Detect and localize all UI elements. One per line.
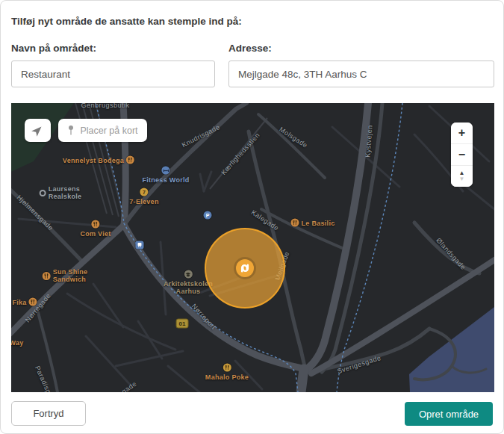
fork-icon xyxy=(126,156,134,164)
address-input[interactable] xyxy=(228,61,494,87)
area-radius-circle[interactable] xyxy=(205,228,285,309)
cancel-button[interactable]: Fortryd xyxy=(11,401,86,426)
zoom-out-button[interactable]: − xyxy=(451,143,473,165)
poi-seven-eleven: 77-Eleven xyxy=(129,188,158,205)
poi-sun-shine-sandwich: Sun ShineSandwich xyxy=(43,268,88,283)
poi-le-basilic: Le Basilic xyxy=(290,219,335,227)
dialog-title: Tilføj nyt område de ansatte kan stemple… xyxy=(11,16,242,27)
poi-fika: Fika xyxy=(12,298,37,306)
tilt-down-icon: ▼ xyxy=(459,176,465,182)
poi-laursens-realskole: LaursensRealskole xyxy=(40,185,82,200)
fork-icon xyxy=(29,298,37,306)
tilt-control-button[interactable]: ▲ ▼ xyxy=(451,165,473,187)
poi-parking: P xyxy=(204,211,212,220)
address-field-label: Adresse: xyxy=(228,43,272,54)
dumbbell-icon xyxy=(162,167,170,175)
poi-fitness-world: Fitness World xyxy=(142,167,189,184)
p-icon: P xyxy=(204,211,212,220)
place-on-map-button[interactable]: Placer på kort xyxy=(58,119,147,142)
route-badge-01: 01 xyxy=(176,319,189,329)
fork-icon xyxy=(92,220,100,229)
school-icon xyxy=(184,270,192,279)
street-label-genbrugsbutik: Genbrugsbutik xyxy=(81,103,129,109)
map-canvas[interactable]: GenbrugsbutikKnudrisgadeKærlighedsstienM… xyxy=(11,103,494,392)
fork-icon xyxy=(223,364,231,372)
map-zoom-control: + − ▲ ▼ xyxy=(451,123,473,187)
area-name-input[interactable] xyxy=(11,61,215,87)
poi-vennelyst-bodega: Vennelyst Bodega xyxy=(63,156,134,164)
bus-icon xyxy=(136,241,144,249)
area-center-marker[interactable] xyxy=(236,259,254,277)
poi-mahalo-poke: Mahalo Poke xyxy=(205,364,249,381)
fork-icon xyxy=(43,272,51,280)
navigation-arrow-icon xyxy=(31,124,44,137)
name-field-label: Navn på området: xyxy=(11,43,96,54)
zoom-in-button[interactable]: + xyxy=(451,123,473,143)
poi-com-viet: Com Viet xyxy=(80,220,111,238)
submit-button[interactable]: Opret område xyxy=(405,402,493,426)
map-pin-icon xyxy=(67,125,75,136)
create-area-dialog: Tilføj nyt område de ansatte kan stemple… xyxy=(0,0,504,434)
seven-icon: 7 xyxy=(140,188,148,196)
poi-s-way: s Way xyxy=(11,339,24,347)
place-on-map-label: Placer på kort xyxy=(80,125,137,136)
my-location-button[interactable] xyxy=(25,119,51,142)
poi-bus-stop xyxy=(136,241,144,249)
fork-icon xyxy=(290,219,299,227)
workfeed-logo-icon xyxy=(240,263,250,273)
ring-icon xyxy=(40,190,46,196)
